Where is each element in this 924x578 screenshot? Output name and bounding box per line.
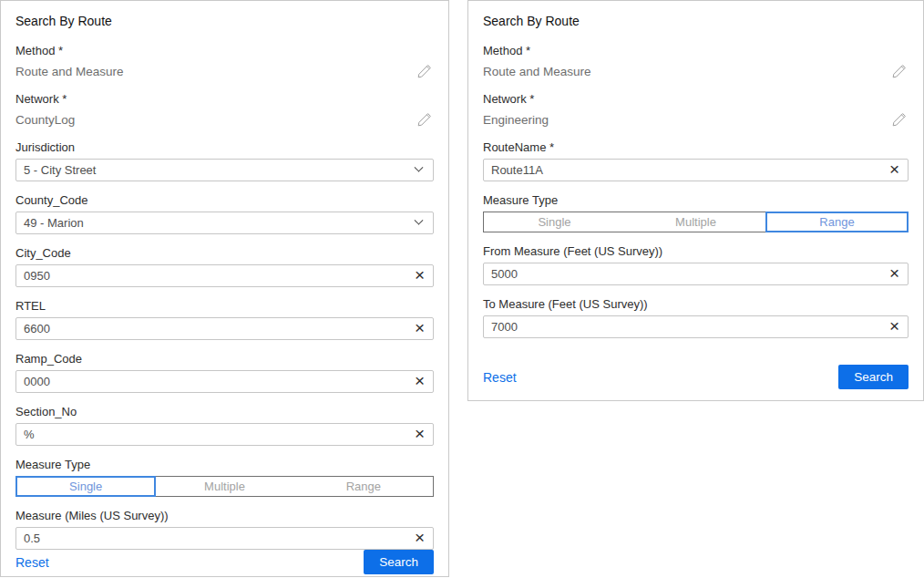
field-from-measure: From Measure (Feet (US Survey)) ×: [483, 244, 909, 285]
field-label: From Measure (Feet (US Survey)): [483, 244, 909, 259]
county-code-select[interactable]: 49 - Marion: [15, 212, 434, 234]
search-button[interactable]: Search: [838, 365, 909, 389]
field-method: Method * Route and Measure: [15, 44, 434, 80]
field-label: Ramp_Code: [15, 352, 434, 366]
edit-pencil-icon[interactable]: [417, 64, 432, 78]
network-value: Engineering: [483, 113, 549, 127]
field-label: Measure Type: [15, 458, 434, 472]
rtel-input[interactable]: [16, 318, 409, 339]
field-label: Method *: [483, 44, 909, 58]
tab-range[interactable]: Range: [766, 212, 908, 232]
clear-x-icon[interactable]: ×: [409, 372, 433, 391]
section-no-input[interactable]: [16, 424, 409, 445]
field-label: Network *: [483, 92, 909, 107]
tab-multiple[interactable]: Multiple: [155, 477, 293, 496]
page: Search By Route Method * Route and Measu…: [0, 0, 924, 578]
selected-option: 5 - City Street: [16, 163, 416, 177]
clear-x-icon[interactable]: ×: [884, 317, 908, 336]
tab-single[interactable]: Single: [484, 212, 625, 232]
field-ramp-code: Ramp_Code ×: [15, 352, 434, 393]
search-by-route-panel-right: Search By Route Method * Route and Measu…: [467, 0, 924, 401]
field-network: Network * Engineering: [483, 92, 909, 129]
method-value: Route and Measure: [15, 65, 124, 78]
field-measure: Measure (Miles (US Survey)) ×: [15, 509, 434, 550]
search-button[interactable]: Search: [364, 550, 434, 574]
tab-range[interactable]: Range: [294, 477, 433, 496]
field-method: Method * Route and Measure: [483, 44, 909, 80]
city-code-input[interactable]: [16, 265, 409, 286]
field-label: Jurisdiction: [15, 140, 434, 155]
field-rtel: RTEL ×: [15, 299, 434, 340]
panel-title: Search By Route: [483, 14, 909, 28]
to-measure-input[interactable]: [484, 316, 884, 337]
reset-link[interactable]: Reset: [483, 370, 517, 385]
field-label: Measure Type: [483, 193, 909, 208]
edit-pencil-icon[interactable]: [892, 64, 907, 78]
field-route-name: RouteName * ×: [483, 140, 909, 181]
chevron-down-icon: [415, 163, 424, 172]
field-label: To Measure (Feet (US Survey)): [483, 297, 909, 312]
field-label: Network *: [15, 92, 434, 107]
measure-type-tabs: Single Multiple Range: [15, 476, 434, 497]
ramp-code-input[interactable]: [16, 371, 409, 392]
field-to-measure: To Measure (Feet (US Survey)) ×: [483, 297, 909, 338]
reset-link[interactable]: Reset: [15, 555, 49, 570]
clear-x-icon[interactable]: ×: [884, 264, 908, 284]
route-name-input[interactable]: [484, 160, 884, 181]
field-label: Section_No: [15, 405, 434, 419]
field-label: RouteName *: [483, 140, 909, 155]
search-by-route-panel-left: Search By Route Method * Route and Measu…: [0, 0, 449, 577]
tab-single[interactable]: Single: [16, 477, 155, 496]
field-label: RTEL: [15, 299, 434, 314]
method-value: Route and Measure: [483, 65, 591, 78]
from-measure-input[interactable]: [484, 263, 884, 284]
measure-input[interactable]: [16, 528, 409, 549]
field-label: City_Code: [15, 246, 434, 261]
selected-option: 49 - Marion: [16, 216, 416, 230]
field-label: Method *: [15, 44, 434, 58]
field-measure-type: Measure Type Single Multiple Range: [15, 458, 434, 497]
tab-multiple[interactable]: Multiple: [625, 212, 766, 232]
field-jurisdiction: Jurisdiction 5 - City Street: [15, 140, 434, 181]
edit-pencil-icon[interactable]: [417, 112, 432, 127]
field-county-code: County_Code 49 - Marion: [15, 193, 434, 234]
network-value: CountyLog: [15, 113, 75, 127]
edit-pencil-icon[interactable]: [892, 112, 907, 127]
clear-x-icon[interactable]: ×: [409, 319, 433, 338]
clear-x-icon[interactable]: ×: [409, 529, 433, 548]
chevron-down-icon: [415, 216, 424, 225]
clear-x-icon[interactable]: ×: [884, 160, 908, 180]
field-label: County_Code: [15, 193, 434, 208]
field-city-code: City_Code ×: [15, 246, 434, 287]
jurisdiction-select[interactable]: 5 - City Street: [15, 159, 434, 181]
field-label: Measure (Miles (US Survey)): [15, 509, 434, 523]
clear-x-icon[interactable]: ×: [409, 266, 433, 285]
field-network: Network * CountyLog: [15, 92, 434, 129]
measure-type-tabs: Single Multiple Range: [483, 212, 909, 232]
clear-x-icon[interactable]: ×: [409, 425, 433, 444]
field-section-no: Section_No ×: [15, 405, 434, 446]
panel-footer: Reset Search: [483, 365, 909, 389]
panel-title: Search By Route: [15, 14, 434, 28]
panel-footer: Reset Search: [15, 550, 434, 574]
field-measure-type: Measure Type Single Multiple Range: [483, 193, 909, 232]
